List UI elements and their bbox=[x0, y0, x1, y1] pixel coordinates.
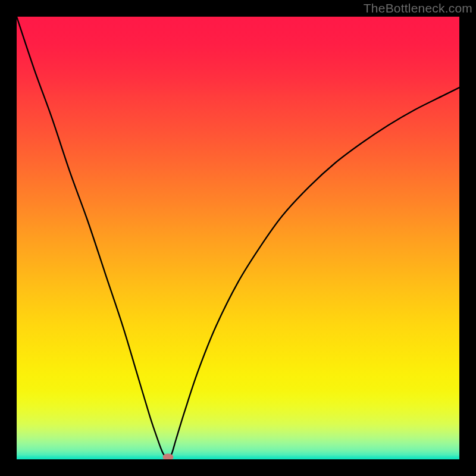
curve-svg bbox=[17, 17, 459, 459]
bottleneck-curve bbox=[17, 17, 459, 459]
chart-container: TheBottleneck.com bbox=[0, 0, 476, 476]
plot-area bbox=[17, 17, 459, 459]
attribution-text: TheBottleneck.com bbox=[364, 1, 472, 15]
